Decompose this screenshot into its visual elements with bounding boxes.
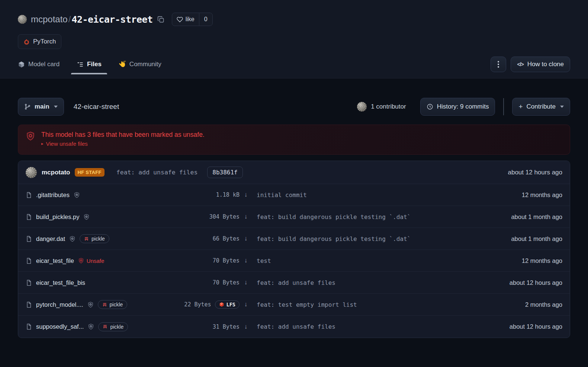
file-name-link[interactable]: pytorch_model.... (36, 301, 83, 308)
shield-check-icon (88, 323, 94, 330)
heart-icon (177, 16, 183, 23)
waving-hand-icon (119, 61, 126, 68)
download-icon[interactable]: ↓ (240, 191, 252, 199)
unsafe-label: Unsafe (87, 258, 105, 264)
file-date: 12 months ago (467, 191, 562, 199)
history-button[interactable]: History: 9 commits (420, 98, 495, 116)
table-row: danger.dat pickle 66 Bytes ↓ feat: build… (18, 228, 570, 250)
file-icon (26, 235, 32, 242)
tab-files[interactable]: Files (77, 61, 102, 68)
unsafe-flag[interactable]: Unsafe (78, 258, 105, 264)
commit-message-link[interactable]: feat: add unsafe files (252, 279, 467, 286)
like-button[interactable]: like (172, 13, 199, 26)
like-widget: like 0 (172, 13, 213, 26)
tag-pytorch[interactable]: PyTorch (18, 34, 61, 49)
clock-icon (427, 103, 433, 110)
download-icon[interactable]: ↓ (240, 235, 252, 242)
shield-check-icon (83, 214, 90, 220)
table-row: pytorch_model.... pickle 22 Bytes LFS ↓ … (18, 294, 570, 316)
pickle-imports-icon (103, 324, 107, 329)
like-count[interactable]: 0 (199, 13, 212, 26)
pickle-badge[interactable]: pickle (98, 300, 128, 309)
contributors-label: 1 contributor (371, 103, 406, 110)
contribute-button[interactable]: + Contribute (512, 98, 570, 116)
shield-check-icon (69, 236, 75, 242)
download-icon[interactable]: ↓ (240, 301, 252, 308)
tag-row: PyTorch (18, 34, 570, 49)
tag-label: PyTorch (33, 38, 56, 45)
file-date: about 1 month ago (467, 235, 562, 242)
tab-label: Community (129, 61, 161, 68)
commit-message[interactable]: feat: add unsafe files (116, 169, 198, 176)
lfs-cube-icon (219, 302, 224, 307)
contributors-link[interactable]: 1 contributor (357, 102, 406, 112)
tabs-row: Model card Files Community </> How to cl… (18, 57, 570, 78)
file-date: 12 months ago (467, 257, 562, 264)
commit-author-link[interactable]: mcpotato (42, 169, 70, 176)
commit-message-link[interactable]: feat: build dangerous pickle testing `.d… (252, 213, 467, 220)
table-row: .gitattributes 1.18 kB ↓ initial commit … (18, 184, 570, 206)
file-name-link[interactable]: danger.dat (36, 235, 65, 242)
repo-title-row: mcpotato / 42-eicar-street like 0 (18, 11, 570, 28)
view-unsafe-files-link[interactable]: ▸ View unsafe files (41, 141, 205, 147)
main-content: main 42-eicar-street 1 contributor Histo… (0, 98, 588, 338)
owner-link[interactable]: mcpotato (31, 14, 68, 25)
repo-name[interactable]: 42-eicar-street (71, 14, 152, 25)
breadcrumb[interactable]: 42-eicar-street (74, 103, 119, 111)
tab-model-card[interactable]: Model card (18, 61, 60, 68)
file-date: about 12 hours ago (467, 279, 562, 286)
download-icon[interactable]: ↓ (240, 257, 252, 264)
file-date: about 1 month ago (467, 213, 562, 220)
commit-hash-chip[interactable]: 8b3861f (207, 167, 242, 178)
file-list-icon (77, 61, 84, 68)
pickle-badge[interactable]: pickle (98, 322, 128, 331)
download-icon[interactable]: ↓ (240, 213, 252, 220)
header-actions: </> How to clone (491, 57, 570, 72)
plus-icon: + (518, 103, 523, 111)
download-icon[interactable]: ↓ (240, 279, 252, 286)
download-icon[interactable]: ↓ (240, 323, 252, 331)
commit-message-link[interactable]: feat: add unsafe files (252, 323, 467, 330)
commit-author-avatar[interactable] (26, 167, 37, 178)
file-name-link[interactable]: eicar_test_file (36, 257, 74, 264)
pickle-imports-icon (84, 236, 89, 241)
branch-selector[interactable]: main (18, 98, 64, 116)
divider (503, 98, 504, 115)
commit-message-link[interactable]: initial commit (252, 191, 467, 199)
table-row: build_pickles.py 304 Bytes ↓ feat: build… (18, 206, 570, 228)
triangle-right-icon: ▸ (41, 141, 44, 146)
owner-avatar[interactable] (18, 15, 27, 24)
branch-name: main (35, 103, 49, 110)
repo-actions: 1 contributor History: 9 commits + Contr… (357, 98, 570, 116)
shield-check-icon (74, 192, 80, 198)
banner-link-label: View unsafe files (46, 141, 88, 147)
file-icon (26, 301, 32, 308)
tab-label: Files (87, 61, 102, 68)
commit-message-link[interactable]: feat: test empty import list (252, 301, 467, 308)
commit-message-link[interactable]: test (252, 257, 467, 264)
pickle-imports-icon (102, 302, 107, 307)
hf-staff-badge: HF STAFF (75, 168, 105, 177)
file-icon (26, 323, 32, 330)
commit-message-link[interactable]: feat: build dangerous pickle testing `.d… (252, 235, 467, 242)
repo-header: mcpotato / 42-eicar-street like 0 PyTorc… (0, 0, 588, 78)
how-to-clone-button[interactable]: </> How to clone (511, 57, 570, 72)
contributor-avatar (357, 102, 367, 112)
more-options-button[interactable] (491, 57, 506, 72)
file-name-link[interactable]: supposedly_saf... (36, 323, 84, 330)
lfs-badge-label: LFS (226, 302, 235, 308)
file-name-link[interactable]: build_pickles.py (36, 213, 79, 220)
pickle-badge[interactable]: pickle (80, 234, 109, 243)
file-name-link[interactable]: .gitattributes (36, 191, 70, 199)
path-separator: / (68, 14, 71, 25)
file-size: 70 Bytes (160, 279, 240, 286)
file-name-link[interactable]: eicar_test_file_bis (36, 279, 85, 286)
pytorch-flame-icon (23, 39, 30, 45)
kebab-icon (498, 61, 499, 68)
banner-title: This model has 3 files that have been ma… (41, 131, 205, 139)
copy-repo-name-icon[interactable] (157, 16, 164, 23)
tab-community[interactable]: Community (119, 61, 161, 68)
table-row: supposedly_saf... pickle 31 Bytes ↓ feat… (18, 316, 570, 338)
unsafe-warning-banner: This model has 3 files that have been ma… (18, 125, 570, 155)
latest-commit-row: mcpotato HF STAFF feat: add unsafe files… (18, 161, 570, 184)
